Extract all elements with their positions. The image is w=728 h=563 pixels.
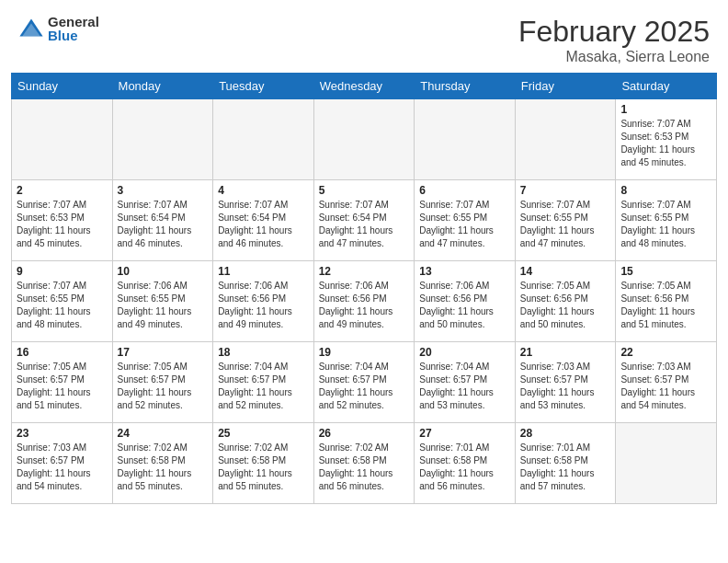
day-info: Sunrise: 7:01 AM Sunset: 6:58 PM Dayligh… [419,442,510,493]
day-info: Sunrise: 7:07 AM Sunset: 6:53 PM Dayligh… [17,199,108,250]
header: General Blue February 2025 Masaka, Sierr… [0,0,728,73]
calendar-cell [112,99,213,180]
day-info: Sunrise: 7:05 AM Sunset: 6:57 PM Dayligh… [118,361,209,412]
calendar-cell [415,99,516,180]
weekday-monday: Monday [112,74,213,99]
day-info: Sunrise: 7:07 AM Sunset: 6:53 PM Dayligh… [620,118,711,169]
day-info: Sunrise: 7:03 AM Sunset: 6:57 PM Dayligh… [620,361,711,412]
title-block: February 2025 Masaka, Sierra Leone [518,15,710,65]
calendar-cell: 6Sunrise: 7:07 AM Sunset: 6:55 PM Daylig… [415,180,516,261]
calendar-cell [313,99,415,180]
weekday-saturday: Saturday [616,74,717,99]
calendar-cell [616,423,717,504]
day-info: Sunrise: 7:07 AM Sunset: 6:54 PM Dayligh… [118,199,209,250]
day-number: 20 [419,346,510,359]
day-info: Sunrise: 7:02 AM Sunset: 6:58 PM Dayligh… [118,442,209,493]
day-number: 24 [118,427,209,440]
calendar-cell: 12Sunrise: 7:06 AM Sunset: 6:56 PM Dayli… [313,261,415,342]
day-number: 21 [520,346,611,359]
week-row-4: 16Sunrise: 7:05 AM Sunset: 6:57 PM Dayli… [12,342,717,423]
month-year: February 2025 [518,15,710,49]
day-info: Sunrise: 7:04 AM Sunset: 6:57 PM Dayligh… [319,361,410,412]
calendar-cell: 18Sunrise: 7:04 AM Sunset: 6:57 PM Dayli… [213,342,314,423]
day-number: 9 [17,265,108,278]
calendar-cell: 23Sunrise: 7:03 AM Sunset: 6:57 PM Dayli… [12,423,113,504]
day-info: Sunrise: 7:07 AM Sunset: 6:55 PM Dayligh… [620,199,711,250]
calendar-cell: 17Sunrise: 7:05 AM Sunset: 6:57 PM Dayli… [112,342,213,423]
calendar-cell [213,99,314,180]
weekday-wednesday: Wednesday [313,74,415,99]
day-info: Sunrise: 7:06 AM Sunset: 6:56 PM Dayligh… [319,280,410,331]
day-number: 7 [520,184,611,197]
day-number: 18 [218,346,309,359]
day-info: Sunrise: 7:07 AM Sunset: 6:55 PM Dayligh… [419,199,510,250]
day-info: Sunrise: 7:07 AM Sunset: 6:55 PM Dayligh… [17,280,108,331]
day-info: Sunrise: 7:01 AM Sunset: 6:58 PM Dayligh… [520,442,611,493]
calendar-cell: 5Sunrise: 7:07 AM Sunset: 6:54 PM Daylig… [313,180,415,261]
calendar-cell: 20Sunrise: 7:04 AM Sunset: 6:57 PM Dayli… [415,342,516,423]
day-number: 19 [319,346,410,359]
calendar-cell: 21Sunrise: 7:03 AM Sunset: 6:57 PM Dayli… [515,342,616,423]
day-number: 8 [620,184,711,197]
calendar-cell: 27Sunrise: 7:01 AM Sunset: 6:58 PM Dayli… [415,423,516,504]
weekday-header-row: SundayMondayTuesdayWednesdayThursdayFrid… [12,74,717,99]
day-number: 1 [620,103,711,116]
calendar-cell: 25Sunrise: 7:02 AM Sunset: 6:58 PM Dayli… [213,423,314,504]
calendar-cell: 1Sunrise: 7:07 AM Sunset: 6:53 PM Daylig… [616,99,717,180]
calendar-cell: 28Sunrise: 7:01 AM Sunset: 6:58 PM Dayli… [515,423,616,504]
day-info: Sunrise: 7:07 AM Sunset: 6:54 PM Dayligh… [319,199,410,250]
day-info: Sunrise: 7:06 AM Sunset: 6:55 PM Dayligh… [118,280,209,331]
calendar-cell: 11Sunrise: 7:06 AM Sunset: 6:56 PM Dayli… [213,261,314,342]
day-info: Sunrise: 7:04 AM Sunset: 6:57 PM Dayligh… [218,361,309,412]
week-row-3: 9Sunrise: 7:07 AM Sunset: 6:55 PM Daylig… [12,261,717,342]
day-number: 27 [419,427,510,440]
day-info: Sunrise: 7:03 AM Sunset: 6:57 PM Dayligh… [520,361,611,412]
day-info: Sunrise: 7:06 AM Sunset: 6:56 PM Dayligh… [419,280,510,331]
calendar-cell: 4Sunrise: 7:07 AM Sunset: 6:54 PM Daylig… [213,180,314,261]
day-info: Sunrise: 7:05 AM Sunset: 6:56 PM Dayligh… [520,280,611,331]
day-number: 11 [218,265,309,278]
weekday-tuesday: Tuesday [213,74,314,99]
calendar-cell: 9Sunrise: 7:07 AM Sunset: 6:55 PM Daylig… [12,261,113,342]
calendar-cell: 15Sunrise: 7:05 AM Sunset: 6:56 PM Dayli… [616,261,717,342]
day-number: 5 [319,184,410,197]
logo-general: General [48,15,99,29]
day-number: 28 [520,427,611,440]
day-number: 25 [218,427,309,440]
calendar-cell: 16Sunrise: 7:05 AM Sunset: 6:57 PM Dayli… [12,342,113,423]
day-info: Sunrise: 7:05 AM Sunset: 6:56 PM Dayligh… [620,280,711,331]
day-info: Sunrise: 7:04 AM Sunset: 6:57 PM Dayligh… [419,361,510,412]
week-row-2: 2Sunrise: 7:07 AM Sunset: 6:53 PM Daylig… [12,180,717,261]
calendar-cell [12,99,113,180]
calendar-cell: 2Sunrise: 7:07 AM Sunset: 6:53 PM Daylig… [12,180,113,261]
calendar-cell: 3Sunrise: 7:07 AM Sunset: 6:54 PM Daylig… [112,180,213,261]
logo-blue: Blue [48,29,99,42]
day-number: 16 [17,346,108,359]
logo-text: General Blue [48,15,99,42]
calendar-cell: 7Sunrise: 7:07 AM Sunset: 6:55 PM Daylig… [515,180,616,261]
week-row-1: 1Sunrise: 7:07 AM Sunset: 6:53 PM Daylig… [12,99,717,180]
day-number: 12 [319,265,410,278]
day-number: 26 [319,427,410,440]
calendar-cell: 13Sunrise: 7:06 AM Sunset: 6:56 PM Dayli… [415,261,516,342]
day-info: Sunrise: 7:06 AM Sunset: 6:56 PM Dayligh… [218,280,309,331]
day-info: Sunrise: 7:02 AM Sunset: 6:58 PM Dayligh… [218,442,309,493]
day-number: 22 [620,346,711,359]
day-number: 10 [118,265,209,278]
day-info: Sunrise: 7:07 AM Sunset: 6:55 PM Dayligh… [520,199,611,250]
day-number: 23 [17,427,108,440]
day-info: Sunrise: 7:07 AM Sunset: 6:54 PM Dayligh… [218,199,309,250]
weekday-friday: Friday [515,74,616,99]
day-number: 2 [17,184,108,197]
logo-icon [18,16,44,41]
logo: General Blue [18,15,99,42]
weekday-thursday: Thursday [415,74,516,99]
location: Masaka, Sierra Leone [518,49,710,65]
day-number: 15 [620,265,711,278]
calendar-cell: 19Sunrise: 7:04 AM Sunset: 6:57 PM Dayli… [313,342,415,423]
day-info: Sunrise: 7:03 AM Sunset: 6:57 PM Dayligh… [17,442,108,493]
calendar: SundayMondayTuesdayWednesdayThursdayFrid… [0,73,728,563]
day-number: 14 [520,265,611,278]
day-info: Sunrise: 7:05 AM Sunset: 6:57 PM Dayligh… [17,361,108,412]
calendar-cell [515,99,616,180]
